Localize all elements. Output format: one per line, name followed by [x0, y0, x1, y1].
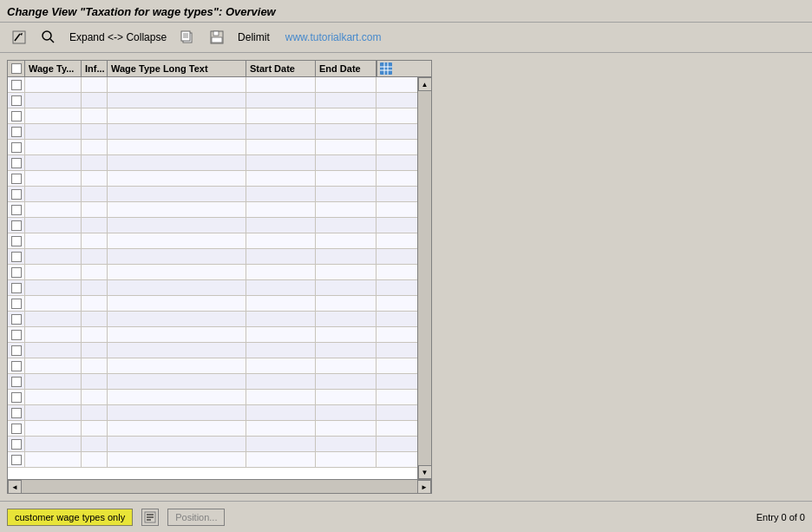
data-table: Wage Ty... Inf... Wage Type Long Text St…: [7, 60, 432, 494]
table-row[interactable]: [8, 249, 417, 265]
find-button[interactable]: [36, 26, 61, 49]
svg-point-2: [43, 31, 51, 40]
table-row[interactable]: [8, 202, 417, 218]
svg-line-1: [15, 34, 20, 41]
watermark-text: www.tutorialkart.com: [285, 31, 382, 43]
col-header-enddate: End Date: [316, 61, 377, 76]
entry-count-label: Entry 0 of 0: [756, 512, 805, 522]
find-icon: [40, 29, 57, 46]
table-row[interactable]: [8, 155, 417, 171]
table-row[interactable]: [8, 312, 417, 327]
table-row[interactable]: [8, 374, 417, 390]
toolbar: Expand <-> Collapse: [0, 23, 812, 53]
main-content: Wage Ty... Inf... Wage Type Long Text St…: [0, 53, 812, 501]
page-title: Change View "Taxation for wage types": O…: [7, 5, 805, 18]
svg-rect-11: [212, 37, 222, 43]
svg-rect-12: [380, 62, 392, 75]
svg-rect-10: [213, 31, 219, 36]
column-chooser-button[interactable]: [377, 61, 394, 76]
table-row[interactable]: [8, 77, 417, 93]
col-header-inf: Inf...: [82, 61, 108, 76]
table-row[interactable]: [8, 108, 417, 124]
status-bar: customer wage types only Position... Ent…: [0, 501, 812, 532]
scroll-left-button[interactable]: ◄: [8, 480, 22, 494]
edit-button[interactable]: [7, 26, 31, 49]
table-row[interactable]: [8, 343, 417, 358]
table-row[interactable]: [8, 280, 417, 296]
table-row[interactable]: [8, 452, 417, 468]
main-window: Change View "Taxation for wage types": O…: [0, 0, 812, 532]
table-row[interactable]: [8, 218, 417, 233]
table-row[interactable]: [8, 124, 417, 140]
pen-icon: [10, 29, 28, 46]
table-header: Wage Ty... Inf... Wage Type Long Text St…: [8, 61, 431, 77]
scroll-track[interactable]: [418, 91, 431, 465]
hscroll-track[interactable]: [22, 480, 417, 493]
delimit-label: Delimit: [238, 31, 270, 43]
table-row[interactable]: [8, 437, 417, 452]
save-button[interactable]: [205, 26, 229, 49]
vertical-scrollbar: ▲ ▼: [417, 77, 431, 479]
table-row[interactable]: [8, 421, 417, 437]
title-bar: Change View "Taxation for wage types": O…: [0, 0, 812, 23]
table-row[interactable]: [8, 233, 417, 249]
table-row[interactable]: [8, 405, 417, 421]
svg-line-3: [50, 39, 54, 43]
col-header-longtext: Wage Type Long Text: [108, 61, 246, 76]
table-row[interactable]: [8, 265, 417, 280]
table-row[interactable]: [8, 390, 417, 405]
save-icon: [208, 29, 226, 46]
select-all-checkbox[interactable]: [8, 61, 25, 76]
table-row[interactable]: [8, 171, 417, 187]
svg-rect-5: [181, 31, 190, 41]
delimit-button[interactable]: Delimit: [234, 29, 273, 46]
table-data: [8, 77, 417, 479]
col-header-startdate: Start Date: [246, 61, 316, 76]
table-row[interactable]: [8, 358, 417, 374]
copy-icon: [179, 29, 196, 46]
position-button[interactable]: Position...: [167, 509, 225, 526]
table-row[interactable]: [8, 93, 417, 108]
table-row[interactable]: [8, 140, 417, 155]
position-icon-button[interactable]: [141, 509, 159, 526]
expand-collapse-label: Expand <-> Collapse: [69, 31, 167, 43]
scroll-up-button[interactable]: ▲: [418, 77, 432, 91]
table-row[interactable]: [8, 187, 417, 202]
horizontal-scrollbar: ◄ ►: [8, 479, 431, 493]
svg-rect-0: [13, 31, 25, 43]
table-row[interactable]: [8, 296, 417, 312]
table-scroll-area: ▲ ▼: [8, 77, 431, 479]
expand-collapse-button[interactable]: Expand <-> Collapse: [66, 29, 170, 46]
table-row[interactable]: [8, 327, 417, 343]
filter-customer-button[interactable]: customer wage types only: [7, 509, 133, 526]
copy-button[interactable]: [175, 26, 200, 49]
col-header-wagetype: Wage Ty...: [25, 61, 82, 76]
scroll-right-button[interactable]: ►: [417, 480, 431, 494]
scroll-down-button[interactable]: ▼: [418, 465, 432, 479]
